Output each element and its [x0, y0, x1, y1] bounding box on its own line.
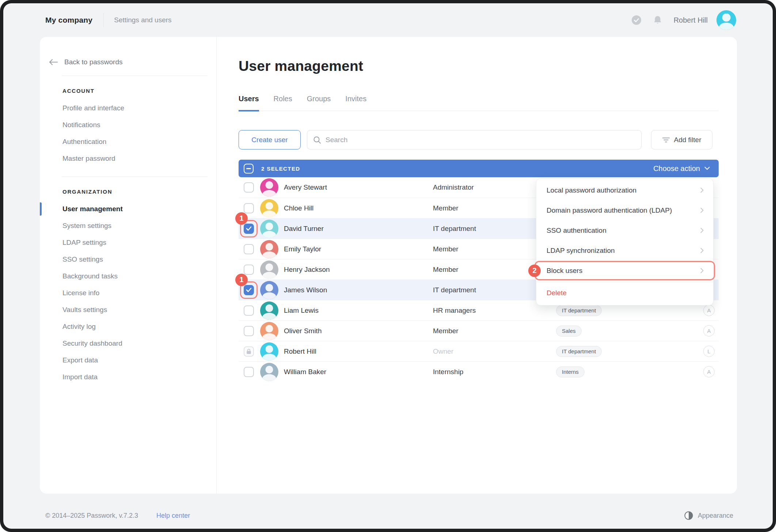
- help-center-link[interactable]: Help center: [156, 512, 190, 520]
- user-name: James Wilson: [284, 286, 327, 294]
- row-checkbox[interactable]: [244, 244, 254, 254]
- menu-item-label: SSO authentication: [547, 227, 606, 235]
- appearance-toggle[interactable]: Appearance: [684, 511, 733, 520]
- search-icon: [313, 136, 321, 144]
- search-box: [307, 130, 642, 149]
- appearance-icon: [684, 511, 693, 520]
- sidebar-item-authentication[interactable]: Authentication: [40, 133, 216, 150]
- annotation-step-badge: 2: [528, 265, 541, 277]
- sidebar-item-background-tasks[interactable]: Background tasks: [40, 268, 216, 285]
- table-row[interactable]: William Baker Internship Interns A: [239, 361, 719, 382]
- sidebar-item-system-settings[interactable]: System settings: [40, 217, 216, 234]
- menu-item-sso-authentication[interactable]: SSO authentication: [536, 220, 713, 240]
- back-arrow-icon: [49, 59, 58, 65]
- sidebar-item-sso-settings[interactable]: SSO settings: [40, 251, 216, 268]
- sidebar-item-ldap-settings[interactable]: LDAP settings: [40, 234, 216, 251]
- choose-action-button[interactable]: Choose action: [653, 164, 710, 173]
- user-role: Member: [433, 266, 459, 274]
- menu-item-block-users[interactable]: Block users 2: [536, 261, 713, 281]
- chevron-right-icon: [700, 228, 704, 233]
- row-checkbox[interactable]: [244, 203, 254, 213]
- row-checkbox[interactable]: [244, 182, 254, 193]
- row-checkbox[interactable]: [244, 285, 254, 295]
- add-filter-button[interactable]: Add filter: [651, 130, 712, 149]
- choose-action-menu: Local password authorization Domain pass…: [536, 178, 714, 305]
- menu-item-local-password-authorization[interactable]: Local password authorization: [536, 180, 713, 200]
- selected-count: 2 SELECTED: [261, 166, 300, 172]
- chevron-right-icon: [700, 268, 704, 273]
- menu-item-domain-password-authentication-ldap[interactable]: Domain password authentication (LDAP): [536, 200, 713, 220]
- search-input[interactable]: [326, 136, 635, 144]
- menu-item-label: Block users: [547, 267, 582, 275]
- table-row[interactable]: Oliver Smith Member Sales A: [239, 320, 719, 341]
- tab-invites[interactable]: Invites: [345, 95, 366, 111]
- row-checkbox[interactable]: [244, 265, 254, 275]
- user-group-tag: Sales: [556, 326, 582, 337]
- user-name: Avery Stewart: [284, 183, 327, 191]
- row-checkbox: [244, 346, 254, 357]
- user-role: IT department: [433, 225, 476, 233]
- row-checkbox[interactable]: [244, 305, 254, 316]
- row-checkbox[interactable]: [244, 367, 254, 377]
- menu-item-ldap-synchronization[interactable]: LDAP synchronization: [536, 240, 713, 261]
- menu-divider: [536, 282, 713, 282]
- back-label: Back to passwords: [64, 58, 122, 66]
- user-role: Member: [433, 204, 459, 212]
- sidebar-item-export-data[interactable]: Export data: [40, 352, 216, 369]
- status-check-icon[interactable]: [631, 15, 642, 25]
- sidebar-item-profile-and-interface[interactable]: Profile and interface: [40, 100, 216, 117]
- footer: © 2014–2025 Passwork, v.7.2.3 Help cente…: [45, 508, 733, 524]
- company-name: My company: [45, 16, 92, 24]
- back-to-passwords-link[interactable]: Back to passwords: [49, 58, 216, 66]
- tab-users[interactable]: Users: [239, 95, 259, 111]
- avatar: [260, 178, 278, 197]
- tab-roles[interactable]: Roles: [274, 95, 292, 111]
- topbar-divider: [103, 13, 104, 27]
- select-all-checkbox[interactable]: [244, 164, 254, 174]
- avatar: [260, 322, 278, 340]
- user-role: Owner: [433, 347, 453, 356]
- annotation-step-badge: 1: [235, 274, 248, 286]
- sidebar-group-title: ORGANIZATION: [62, 189, 216, 195]
- chevron-down-icon: [704, 167, 710, 170]
- sidebar-item-notifications[interactable]: Notifications: [40, 117, 216, 133]
- user-group-tag: IT department: [556, 346, 602, 357]
- user-auth-type-icon: A: [703, 305, 715, 316]
- menu-item-label: Local password authorization: [547, 186, 636, 194]
- user-name: William Baker: [284, 368, 326, 376]
- check-icon: [246, 226, 252, 231]
- lock-icon: [246, 349, 251, 354]
- sidebar-item-security-dashboard[interactable]: Security dashboard: [40, 335, 216, 352]
- user-name: Emily Taylor: [284, 245, 321, 253]
- sidebar-item-user-management[interactable]: User management: [40, 201, 216, 217]
- main-panel: User management UsersRolesGroupsInvites …: [239, 37, 719, 494]
- annotation-step-badge: 1: [235, 212, 248, 225]
- choose-action-label: Choose action: [653, 164, 700, 173]
- page-title: User management: [239, 58, 363, 74]
- current-user-name: Robert Hill: [674, 16, 708, 24]
- sidebar-item-import-data[interactable]: Import data: [40, 369, 216, 385]
- appearance-label: Appearance: [698, 512, 733, 520]
- sidebar-item-vaults-settings[interactable]: Vaults settings: [40, 301, 216, 318]
- avatar: [260, 301, 278, 320]
- bell-icon[interactable]: [653, 15, 663, 25]
- avatar: [260, 281, 278, 299]
- sidebar-item-license-info[interactable]: License info: [40, 285, 216, 301]
- user-role: IT department: [433, 286, 476, 294]
- selection-bar: 2 SELECTED Choose action: [239, 160, 719, 177]
- row-checkbox[interactable]: [244, 224, 254, 234]
- tab-groups[interactable]: Groups: [307, 95, 331, 111]
- sidebar-item-activity-log[interactable]: Activity log: [40, 318, 216, 335]
- user-name: Oliver Smith: [284, 327, 322, 335]
- row-checkbox[interactable]: [244, 326, 254, 336]
- user-name: Henry Jackson: [284, 266, 330, 274]
- avatar[interactable]: [716, 10, 736, 30]
- menu-item-delete[interactable]: Delete: [536, 284, 713, 302]
- user-auth-type-icon: A: [703, 325, 715, 337]
- app-page: My company Settings and users Robert Hil…: [3, 3, 773, 529]
- create-user-button[interactable]: Create user: [239, 130, 301, 149]
- table-row[interactable]: Robert Hill Owner IT department L: [239, 341, 719, 361]
- sidebar-item-master-password[interactable]: Master password: [40, 150, 216, 167]
- avatar: [260, 220, 278, 238]
- user-role: Administrator: [433, 183, 474, 191]
